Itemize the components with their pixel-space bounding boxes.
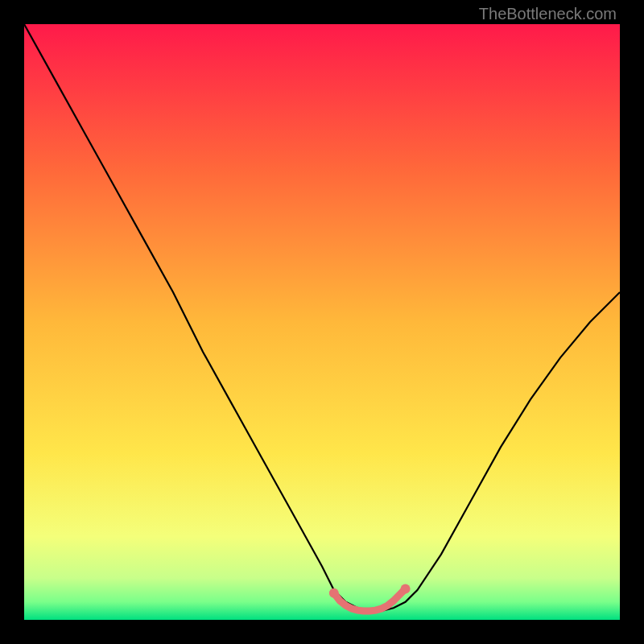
optimal-endpoint-dot (329, 588, 339, 598)
chart-container: TheBottleneck.com (0, 0, 644, 644)
watermark-label: TheBottleneck.com (479, 5, 617, 23)
optimal-endpoint-dot (401, 584, 411, 594)
chart-background (24, 24, 620, 620)
bottleneck-chart (24, 24, 620, 620)
